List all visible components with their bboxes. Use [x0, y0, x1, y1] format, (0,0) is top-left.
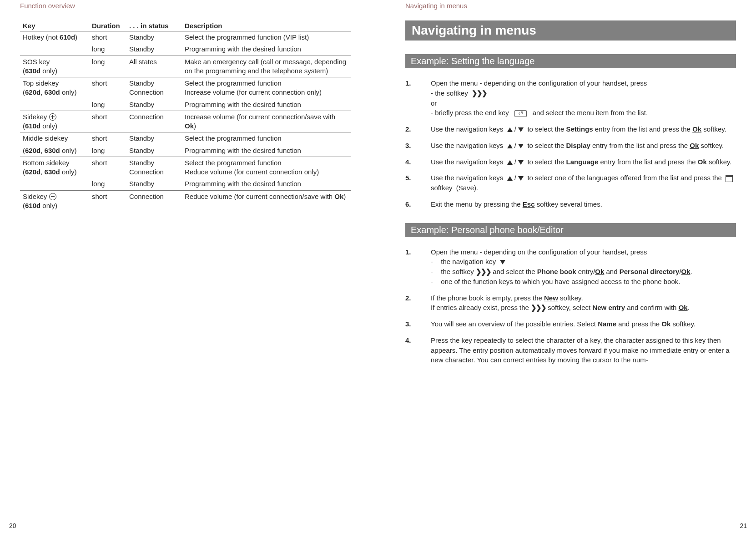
cell-desc: Select the programmed function (VIP list…: [182, 31, 351, 44]
cell-status: Standby: [126, 145, 182, 157]
step-number: 2.: [405, 124, 431, 134]
nav-up-icon: [507, 127, 513, 132]
table-row: longStandbyProgramming with the desired …: [20, 99, 351, 111]
step-number: 4.: [405, 157, 431, 167]
cell-status: Standby: [126, 178, 182, 190]
step-item: 4.Use the navigation keys / to select th…: [405, 157, 736, 167]
plus-icon: [49, 113, 56, 121]
step-item: 6.Exit the menu by pressing the Esc soft…: [405, 199, 736, 209]
th-desc: Description: [182, 20, 351, 31]
cell-desc: Increase volume (for current connection/…: [182, 111, 351, 132]
table-row: Sidekey (610d only)shortConnectionIncrea…: [20, 111, 351, 132]
cell-key: SOS key(630d only): [20, 56, 89, 77]
running-head-left: Function overview: [20, 2, 351, 10]
cell-key: [20, 178, 89, 190]
cell-status: Connection: [126, 190, 182, 212]
table-row: (620d, 630d only)longStandbyProgramming …: [20, 145, 351, 157]
cell-desc: Select the programmed functionReduce vol…: [182, 157, 351, 178]
cell-key: Hotkey (not 610d): [20, 31, 89, 44]
cell-key: (620d, 630d only): [20, 145, 89, 157]
step-body: If the phone book is empty, press the Ne…: [431, 293, 736, 313]
table-row: Top sidekey(620d, 630d only)shortStandby…: [20, 77, 351, 99]
cell-dur: short: [89, 111, 126, 132]
right-page: Navigating in menus Navigating in menus …: [378, 0, 756, 533]
step-body: Use the navigation keys / to select the …: [431, 141, 736, 151]
cell-desc: Programming with the desired function: [182, 99, 351, 111]
nav-down-icon: [518, 127, 524, 132]
left-page: Function overview Key Duration . . . in …: [0, 0, 378, 533]
cell-status: Standby: [126, 43, 182, 56]
step-number: 1.: [405, 247, 431, 287]
cell-key: Top sidekey(620d, 630d only): [20, 77, 89, 99]
cell-status: Standby: [126, 31, 182, 44]
cell-key: [20, 43, 89, 56]
cell-status: Standby: [126, 99, 182, 111]
cell-key: [20, 99, 89, 111]
nav-down-icon: [518, 176, 524, 181]
step-item: 5.Use the navigation keys / to select on…: [405, 173, 736, 193]
nav-down-icon: [500, 260, 505, 264]
cell-dur: long: [89, 178, 126, 190]
cell-dur: long: [89, 145, 126, 157]
nav-up-icon: [507, 160, 513, 165]
cell-dur: short: [89, 157, 126, 178]
cell-status: Connection: [126, 111, 182, 132]
step-item: 3.Use the navigation keys / to select th…: [405, 141, 736, 151]
steps-language: 1.Open the menu - depending on the confi…: [405, 78, 736, 209]
table-row: SOS key(630d only)longAll statesMake an …: [20, 56, 351, 77]
save-icon: [726, 175, 733, 182]
step-number: 4.: [405, 335, 431, 365]
step-item: 2.Use the navigation keys / to select th…: [405, 124, 736, 134]
table-row: Bottom sidekey(620d, 630d only)shortStan…: [20, 157, 351, 178]
nav-up-icon: [507, 176, 513, 181]
step-body: Use the navigation keys / to select the …: [431, 124, 736, 134]
th-dur: Duration: [89, 20, 126, 31]
end-key-icon: ⏎: [514, 110, 527, 117]
step-number: 2.: [405, 293, 431, 313]
table-row: longStandbyProgramming with the desired …: [20, 178, 351, 190]
cell-desc: Select the programmed function: [182, 132, 351, 145]
cell-desc: Programming with the desired function: [182, 145, 351, 157]
cell-key: Bottom sidekey(620d, 630d only): [20, 157, 89, 178]
cell-desc: Select the programmed functionIncrease v…: [182, 77, 351, 99]
cell-dur: short: [89, 77, 126, 99]
page-number-right: 21: [740, 522, 747, 529]
minus-icon: [49, 193, 56, 200]
step-body: Use the navigation keys / to select one …: [431, 173, 736, 193]
cell-status: StandbyConnection: [126, 157, 182, 178]
cell-status: StandbyConnection: [126, 77, 182, 99]
step-item: 4.Press the key repeatedly to select the…: [405, 335, 736, 365]
step-body: Use the navigation keys / to select the …: [431, 157, 736, 167]
cell-dur: short: [89, 132, 126, 145]
running-head-right: Navigating in menus: [405, 2, 736, 10]
cell-key: Sidekey (610d only): [20, 190, 89, 212]
cell-key: Middle sidekey: [20, 132, 89, 145]
table-row: Sidekey (610d only)shortConnectionReduce…: [20, 190, 351, 212]
step-body: Exit the menu by pressing the Esc softke…: [431, 199, 736, 209]
h2-language: Example: Setting the language: [405, 54, 736, 68]
step-item: 2.If the phone book is empty, press the …: [405, 293, 736, 313]
h1-navigating: Navigating in menus: [405, 20, 736, 41]
step-number: 1.: [405, 78, 431, 118]
table-row: Middle sidekeyshortStandbySelect the pro…: [20, 132, 351, 145]
cell-dur: short: [89, 31, 126, 44]
table-row: longStandbyProgramming with the desired …: [20, 43, 351, 56]
cell-desc: Programming with the desired function: [182, 43, 351, 56]
cell-desc: Reduce volume (for current connection/sa…: [182, 190, 351, 212]
step-number: 5.: [405, 173, 431, 193]
nav-up-icon: [507, 144, 513, 148]
step-item: 1.Open the menu - depending on the confi…: [405, 247, 736, 287]
step-body: You will see an overview of the possible…: [431, 319, 736, 329]
cell-desc: Programming with the desired function: [182, 178, 351, 190]
cell-dur: long: [89, 99, 126, 111]
menu-softkey-icon: ❯❯❯: [472, 89, 487, 97]
step-item: 3.You will see an overview of the possib…: [405, 319, 736, 329]
h2-phonebook: Example: Personal phone book/Editor: [405, 223, 736, 237]
cell-dur: short: [89, 190, 126, 212]
steps-phonebook: 1.Open the menu - depending on the confi…: [405, 247, 736, 365]
step-number: 3.: [405, 319, 431, 329]
th-key: Key: [20, 20, 89, 31]
page-number-left: 20: [9, 522, 16, 529]
cell-dur: long: [89, 56, 126, 77]
nav-down-icon: [518, 160, 524, 165]
